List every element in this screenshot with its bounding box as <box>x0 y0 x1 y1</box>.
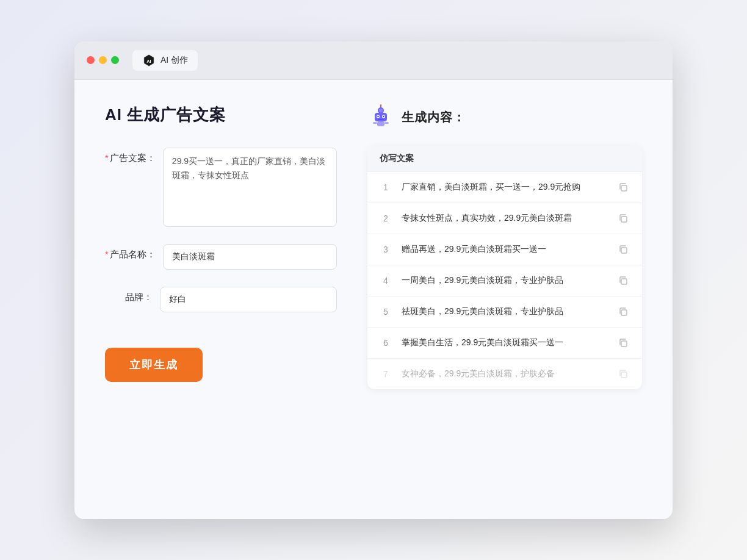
result-rows-container: 1 厂家直销，美白淡斑霜，买一送一，29.9元抢购 2 专抹女性斑点，真实功效，… <box>367 172 642 389</box>
maximize-button[interactable] <box>111 56 119 64</box>
svg-rect-19 <box>621 310 627 315</box>
page-title: AI 生成广告文案 <box>105 104 337 126</box>
browser-content: AI 生成广告文案 *广告文案： *产品名称： 品牌： 立即生成 <box>74 80 673 519</box>
svg-text:AI: AI <box>146 58 151 63</box>
result-table: 仿写文案 1 厂家直销，美白淡斑霜，买一送一，29.9元抢购 2 专抹女性斑点，… <box>367 146 642 389</box>
row-number: 1 <box>380 182 392 192</box>
copy-icon[interactable] <box>616 181 630 194</box>
svg-rect-20 <box>621 341 627 346</box>
copy-icon[interactable] <box>616 367 630 381</box>
svg-rect-18 <box>621 279 627 284</box>
table-row: 6 掌握美白生活，29.9元美白淡斑霜买一送一 <box>367 328 642 359</box>
table-row: 4 一周美白，29.9元美白淡斑霜，专业护肤品 <box>367 265 642 296</box>
table-row: 5 祛斑美白，29.9元美白淡斑霜，专业护肤品 <box>367 296 642 328</box>
traffic-lights <box>87 56 119 64</box>
table-row: 7 女神必备，29.9元美白淡斑霜，护肤必备 <box>367 359 642 389</box>
browser-titlebar: AI AI 创作 <box>74 41 673 80</box>
robot-icon <box>367 104 394 131</box>
product-name-label: *产品名称： <box>105 244 163 260</box>
svg-rect-21 <box>621 372 627 378</box>
svg-rect-11 <box>378 119 384 120</box>
copy-icon[interactable] <box>616 336 630 350</box>
row-text: 赠品再送，29.9元美白淡斑霜买一送一 <box>402 243 607 256</box>
ai-tab-icon: AI <box>142 54 156 67</box>
copy-icon[interactable] <box>616 212 630 225</box>
product-name-group: *产品名称： <box>105 244 337 270</box>
tab-label: AI 创作 <box>161 55 188 66</box>
table-row: 2 专抹女性斑点，真实功效，29.9元美白淡斑霜 <box>367 203 642 234</box>
minimize-button[interactable] <box>99 56 107 64</box>
svg-point-9 <box>377 115 378 117</box>
product-name-required: * <box>105 249 109 259</box>
ai-tab[interactable]: AI AI 创作 <box>132 50 198 71</box>
generate-button[interactable]: 立即生成 <box>105 348 203 382</box>
row-text: 女神必备，29.9元美白淡斑霜，护肤必备 <box>402 367 607 380</box>
row-number: 4 <box>380 276 392 285</box>
table-row: 3 赠品再送，29.9元美白淡斑霜买一送一 <box>367 234 642 265</box>
svg-rect-16 <box>621 217 627 222</box>
row-number: 5 <box>380 307 392 317</box>
ad-copy-label: *广告文案： <box>105 148 163 164</box>
svg-rect-15 <box>621 185 627 191</box>
copy-icon[interactable] <box>616 305 630 318</box>
ad-copy-group: *广告文案： <box>105 148 337 227</box>
table-row: 1 厂家直销，美白淡斑霜，买一送一，29.9元抢购 <box>367 172 642 203</box>
brand-input[interactable] <box>160 287 337 312</box>
close-button[interactable] <box>87 56 95 64</box>
copy-icon[interactable] <box>616 274 630 287</box>
svg-point-5 <box>380 104 382 106</box>
result-title: 生成内容： <box>402 109 466 126</box>
product-name-input[interactable] <box>163 244 337 270</box>
svg-point-3 <box>379 109 383 112</box>
row-number: 6 <box>380 338 392 348</box>
row-text: 掌握美白生活，29.9元美白淡斑霜买一送一 <box>402 336 607 349</box>
row-text: 一周美白，29.9元美白淡斑霜，专业护肤品 <box>402 274 607 287</box>
row-text: 专抹女性斑点，真实功效，29.9元美白淡斑霜 <box>402 212 607 224</box>
copy-icon[interactable] <box>616 243 630 256</box>
svg-point-10 <box>383 115 384 117</box>
brand-label: 品牌： <box>105 287 160 303</box>
row-number: 2 <box>380 214 392 223</box>
left-panel: AI 生成广告文案 *广告文案： *产品名称： 品牌： 立即生成 <box>105 104 337 489</box>
result-header: 生成内容： <box>367 104 642 131</box>
browser-window: AI AI 创作 AI 生成广告文案 *广告文案： *产品名称： <box>74 41 673 519</box>
right-panel: 生成内容： 仿写文案 1 厂家直销，美白淡斑霜，买一送一，29.9元抢购 2 专… <box>367 104 642 489</box>
svg-rect-12 <box>377 121 384 126</box>
svg-rect-17 <box>621 248 627 253</box>
svg-rect-13 <box>373 122 377 124</box>
brand-group: 品牌： <box>105 287 337 312</box>
row-text: 厂家直销，美白淡斑霜，买一送一，29.9元抢购 <box>402 181 607 193</box>
ad-copy-input[interactable] <box>163 148 337 227</box>
row-number: 7 <box>380 369 392 379</box>
svg-rect-14 <box>384 122 389 124</box>
ad-copy-required: * <box>105 153 109 163</box>
row-text: 祛斑美白，29.9元美白淡斑霜，专业护肤品 <box>402 305 607 318</box>
table-header: 仿写文案 <box>367 146 642 172</box>
row-number: 3 <box>380 245 392 254</box>
